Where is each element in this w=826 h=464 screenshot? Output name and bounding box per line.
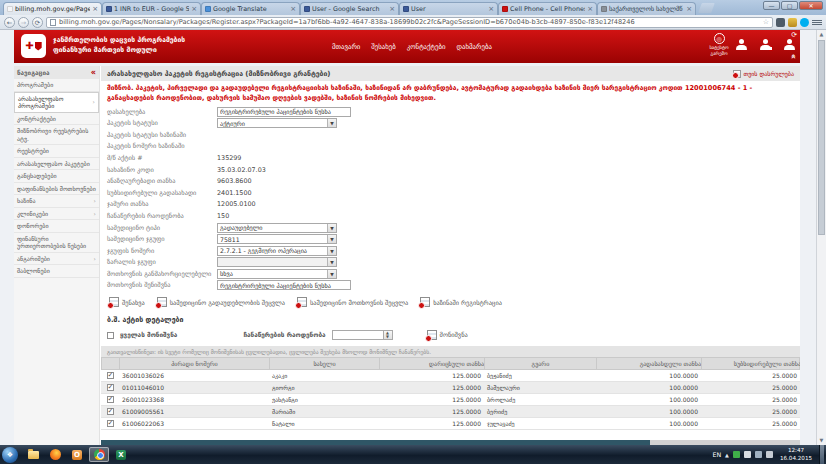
browser-tab[interactable]: Google Translate ×	[201, 2, 300, 15]
users-group-icon[interactable]	[784, 39, 795, 51]
browser-tab[interactable]: billing.moh.gov.ge/Page ×	[3, 2, 102, 15]
tab-close-icon[interactable]: ×	[191, 6, 197, 12]
sidebar-item[interactable]: კლინიკები ›	[14, 208, 99, 221]
extension-plug-icon[interactable]	[776, 18, 785, 27]
sidebar-collapse-icon[interactable]: «	[91, 69, 96, 77]
field-input[interactable]	[217, 280, 351, 290]
maximize-button[interactable]: ▢	[781, 1, 798, 10]
sidebar-item[interactable]: ფინანსური ურთიერთობების წესები ›	[14, 233, 99, 253]
scrollbar-thumb[interactable]	[818, 40, 825, 235]
field-select[interactable]: ▼	[217, 257, 337, 267]
forward-button[interactable]: →	[18, 17, 29, 28]
sidebar-item[interactable]: განცხადებები ›	[14, 170, 99, 183]
skype-icon[interactable]	[800, 18, 809, 27]
chevron-down-icon[interactable]: ▼	[327, 270, 336, 278]
field-select[interactable]: 2.7.2.1 - გეგმიური ოპერაცია ▼	[217, 246, 337, 256]
action-button[interactable]: სამედიცინო გადაუდებლობის შეცვლა	[157, 297, 285, 307]
table-column-header[interactable]: სახელი	[270, 358, 380, 369]
outlook-taskbar-icon[interactable]: O	[67, 447, 87, 462]
sidebar-item[interactable]: კონტრაქტები ›	[14, 113, 99, 126]
tab-close-icon[interactable]: ×	[488, 6, 494, 12]
row-checkbox[interactable]	[107, 384, 114, 391]
sidebar-item[interactable]: ხაზინა ›	[14, 195, 99, 208]
browser-tab[interactable]: User ×	[399, 2, 498, 15]
chevron-down-icon[interactable]: ▼	[327, 119, 336, 127]
tab-close-icon[interactable]: ×	[290, 6, 296, 12]
header-nav-link[interactable]: შესახებ	[371, 43, 396, 51]
extension-box-icon[interactable]	[788, 18, 797, 27]
flag-tray-icon[interactable]	[744, 451, 751, 458]
row-checkbox[interactable]	[107, 396, 114, 403]
user-icon[interactable]	[736, 39, 747, 51]
browser-tab[interactable]: საქართველოს სახელმწ ×	[597, 2, 696, 15]
tab-close-icon[interactable]: ×	[587, 6, 593, 12]
antivirus-tray-icon[interactable]	[733, 451, 740, 458]
action-button[interactable]: შენახვა	[109, 297, 145, 307]
sidebar-item[interactable]: შაბლონები ›	[14, 265, 99, 278]
chevron-down-icon[interactable]: ▼	[327, 247, 336, 255]
firefox-taskbar-icon[interactable]	[45, 447, 65, 462]
bookmark-star-icon[interactable]: ☆	[763, 18, 769, 26]
excel-taskbar-icon[interactable]: X	[111, 447, 131, 462]
field-select[interactable]: გადაუდებელი ▼	[217, 223, 337, 233]
records-count-input[interactable]	[332, 330, 384, 340]
refresh-icon[interactable]: ⟳	[791, 31, 797, 39]
action-button[interactable]: სამედიცინო მოთხოვნის შეცვლა	[297, 297, 408, 307]
field-input[interactable]	[217, 107, 351, 117]
scroll-up-icon[interactable]: ▲	[817, 30, 826, 39]
table-row[interactable]: 61009005561 მარიამი 125.0000 ბერიძე 100.…	[101, 406, 800, 418]
table-row[interactable]: 61006022063 ნატალი 125.0000 ჯულაყაძე 100…	[101, 418, 800, 430]
spinner-icon[interactable]: ▲▼	[384, 330, 393, 340]
table-column-header[interactable]: პირადი ნომერი	[120, 358, 270, 369]
sidebar-item[interactable]: ანგარიშები ›	[14, 253, 99, 266]
mark-button[interactable]: მონიშვნა	[427, 330, 468, 340]
header-nav-link[interactable]: მთავარი	[332, 43, 360, 51]
sidebar-item[interactable]: არასახელფასო პროგრამები ›	[14, 92, 99, 113]
table-column-header[interactable]: გვარი	[485, 358, 597, 369]
sidebar-item[interactable]: მიზნობრივი რეესტრების ატვ. ›	[14, 125, 99, 145]
row-checkbox[interactable]	[107, 372, 114, 379]
volume-tray-icon[interactable]	[766, 451, 773, 458]
sidebar-item[interactable]: დონორები ›	[14, 220, 99, 233]
header-nav-link[interactable]: დახმარება	[457, 43, 492, 51]
browser-tab[interactable]: User - Google Search ×	[300, 2, 399, 15]
moh-logo[interactable]: ✚	[21, 34, 46, 58]
browser-tab[interactable]: 1 INR to EUR - Google Se ×	[102, 2, 201, 15]
table-column-header[interactable]: სუბსიდირებული თანხა	[702, 358, 800, 369]
action-button[interactable]: ხაზინაში რეგისტრაცია	[420, 297, 502, 307]
sidebar-item[interactable]: არასახელფასო პაკეტები ›	[14, 158, 99, 171]
table-row[interactable]: 36001036026 აკაკი 125.0000 ბეჟანიძე 100.…	[101, 370, 800, 382]
select-all-checkbox[interactable]	[107, 332, 114, 339]
month-close-button[interactable]: თვის დასრულება	[733, 70, 794, 78]
tray-expand-icon[interactable]: ▲	[725, 452, 729, 458]
sidebar-item[interactable]: პროგრამები ›	[14, 79, 99, 92]
chevron-down-icon[interactable]: ▼	[327, 235, 336, 243]
chevron-down-icon[interactable]: ▼	[327, 258, 336, 266]
tab-close-icon[interactable]: ×	[686, 6, 692, 12]
minimize-button[interactable]: —	[763, 1, 780, 10]
chevron-down-icon[interactable]: ▼	[327, 224, 336, 232]
collapse-up-icon[interactable]: »	[789, 54, 798, 59]
field-select[interactable]: აქტიური ▼	[217, 118, 337, 128]
row-checkbox[interactable]	[107, 408, 114, 415]
header-nav-link[interactable]: კონტაქტები	[407, 43, 446, 51]
table-column-header[interactable]: დარიცხული თანხა	[380, 358, 485, 369]
language-indicator[interactable]: EN	[712, 451, 721, 458]
table-row[interactable]: 26001023368 ვახტანგი 125.0000 ბროლაძე 10…	[101, 394, 800, 406]
explorer-taskbar-icon[interactable]	[23, 447, 43, 462]
start-button[interactable]: ❖	[2, 447, 18, 463]
close-button[interactable]: ✕	[799, 1, 823, 10]
browser-tab[interactable]: Cell Phone - Cell Phones ×	[498, 2, 597, 15]
tab-close-icon[interactable]: ×	[92, 6, 98, 12]
tab-close-icon[interactable]: ×	[389, 6, 395, 12]
show-desktop-button[interactable]	[819, 445, 824, 464]
chrome-taskbar-icon[interactable]	[89, 447, 109, 462]
sidebar-item[interactable]: დაფინანსების მოთხოვნები ›	[14, 183, 99, 196]
address-bar[interactable]: billing.moh.gov.ge/Pages/Nonsalary/Packa…	[46, 17, 773, 28]
table-row[interactable]: 01011046010 გიორგი 125.0000 მამულაური 10…	[101, 382, 800, 394]
field-select[interactable]: სხვა ▼	[217, 269, 337, 279]
sidebar-item[interactable]: რეესტრები ›	[14, 145, 99, 158]
clock[interactable]: 12:47 16.04.2015	[777, 447, 815, 462]
row-checkbox[interactable]	[107, 420, 114, 427]
back-button[interactable]: ←	[4, 17, 15, 28]
